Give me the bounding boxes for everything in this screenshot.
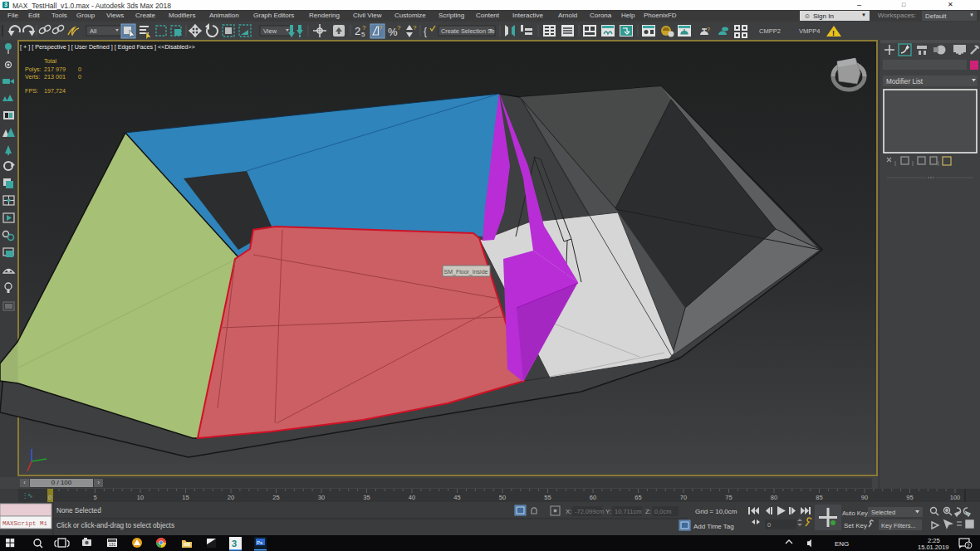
svg-text:217 979: 217 979 <box>44 66 66 73</box>
svg-text:Polys:: Polys: <box>25 66 42 73</box>
svg-text:213 001: 213 001 <box>44 73 66 80</box>
svg-text:Verts:: Verts: <box>25 73 40 80</box>
svg-text:FPS:: FPS: <box>25 87 38 95</box>
svg-text:197,724: 197,724 <box>44 87 66 95</box>
svg-text:0: 0 <box>78 73 81 80</box>
svg-text:Total: Total <box>44 57 57 65</box>
svg-text:0: 0 <box>78 66 81 73</box>
svg-text:SM_Floor_Inside: SM_Floor_Inside <box>444 269 488 276</box>
svg-text:[ + ] [ Perspective ] [ User D: [ + ] [ Perspective ] [ User Defined ] [… <box>20 43 195 51</box>
